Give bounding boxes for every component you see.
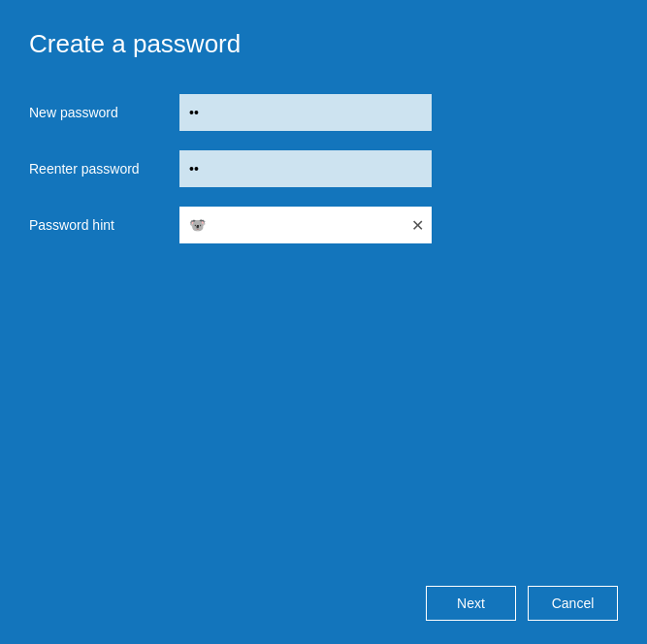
password-hint-row: Password hint ✕ [29,207,618,243]
new-password-input-wrapper [179,94,432,131]
password-hint-input-wrapper: ✕ [179,207,432,243]
reenter-password-label: Reenter password [29,161,179,177]
bottom-buttons: Next Cancel [426,586,618,621]
new-password-label: New password [29,105,179,120]
reenter-password-row: Reenter password [29,150,618,187]
password-hint-label: Password hint [29,217,179,233]
password-hint-input[interactable] [179,207,432,243]
page-title: Create a password [29,29,618,59]
new-password-row: New password [29,94,618,131]
page-container: Create a password New password Reenter p… [0,0,647,644]
form-section: New password Reenter password Password h… [29,94,618,263]
clear-hint-icon[interactable]: ✕ [411,216,424,235]
cancel-button[interactable]: Cancel [528,586,618,621]
reenter-password-input[interactable] [179,150,432,187]
next-button[interactable]: Next [426,586,516,621]
reenter-password-input-wrapper [179,150,432,187]
new-password-input[interactable] [179,94,432,131]
